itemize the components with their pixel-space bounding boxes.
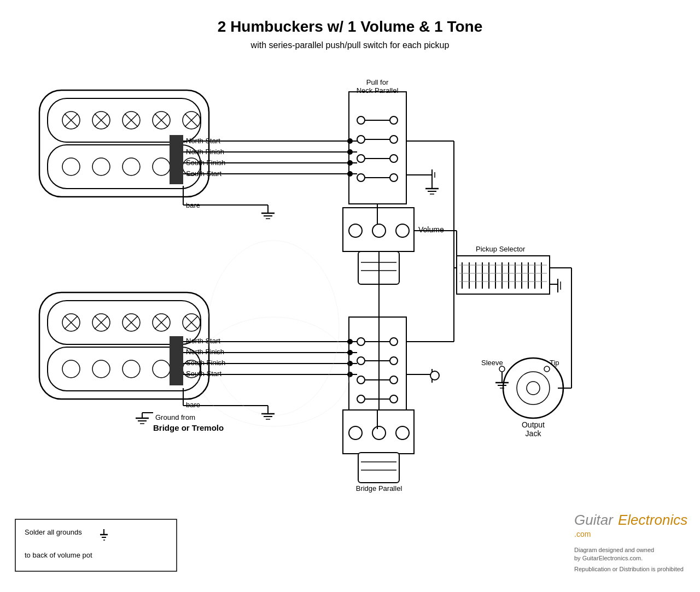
- svg-point-189: [499, 366, 505, 372]
- svg-point-150: [390, 338, 398, 345]
- svg-point-18: [62, 158, 80, 175]
- svg-point-122: [122, 360, 140, 378]
- svg-point-51: [357, 174, 365, 181]
- svg-text:Sleeve: Sleeve: [481, 359, 503, 367]
- svg-point-66: [349, 224, 362, 237]
- svg-text:Republication or Distribution : Republication or Distribution is prohibi…: [574, 566, 684, 572]
- svg-point-166: [347, 350, 353, 355]
- svg-point-100: [347, 160, 353, 166]
- svg-point-99: [347, 149, 353, 155]
- svg-point-174: [372, 426, 386, 439]
- svg-point-101: [347, 171, 353, 177]
- svg-text:South Finish: South Finish: [186, 359, 225, 367]
- svg-point-68: [396, 224, 409, 237]
- svg-point-153: [390, 357, 398, 365]
- svg-point-171: [430, 371, 439, 380]
- svg-text:Jack: Jack: [526, 429, 542, 438]
- svg-rect-23: [170, 135, 183, 184]
- svg-point-155: [357, 376, 365, 384]
- svg-text:Bridge or Tremolo: Bridge or Tremolo: [153, 423, 224, 432]
- svg-text:by GuitarElectronics.com.: by GuitarElectronics.com.: [574, 555, 643, 561]
- svg-point-167: [347, 361, 353, 366]
- svg-point-46: [390, 136, 398, 143]
- svg-text:Pull for: Pull for: [366, 78, 389, 86]
- svg-text:Output: Output: [522, 420, 545, 429]
- svg-text:Ground from: Ground from: [155, 413, 195, 421]
- svg-text:Bridge Parallel: Bridge Parallel: [356, 484, 402, 493]
- svg-rect-75: [457, 256, 550, 294]
- svg-text:Tip: Tip: [550, 359, 559, 367]
- svg-text:North Start: North Start: [186, 337, 220, 345]
- svg-point-19: [92, 158, 110, 175]
- svg-point-188: [544, 366, 550, 372]
- svg-point-158: [357, 395, 365, 403]
- svg-point-173: [349, 426, 362, 439]
- svg-point-175: [396, 426, 409, 439]
- svg-point-98: [347, 138, 353, 144]
- svg-point-42: [357, 116, 365, 124]
- svg-text:.com: .com: [574, 530, 591, 538]
- svg-point-165: [347, 339, 353, 344]
- svg-point-20: [122, 158, 140, 175]
- svg-point-48: [357, 155, 365, 162]
- svg-point-121: [92, 360, 110, 378]
- svg-rect-125: [170, 336, 183, 385]
- main-title: 2 Humbuckers w/ 1 Volume & 1 Tone: [218, 18, 482, 35]
- svg-point-21: [153, 158, 170, 175]
- svg-text:Pickup Selector: Pickup Selector: [476, 245, 526, 253]
- svg-text:Volume: Volume: [418, 225, 444, 234]
- svg-text:North Finish: North Finish: [186, 348, 224, 356]
- svg-point-156: [390, 376, 398, 384]
- sub-title: with series-parallel push/pull switch fo…: [250, 40, 450, 50]
- svg-point-120: [62, 360, 80, 378]
- svg-point-185: [527, 382, 540, 395]
- svg-rect-207: [15, 519, 177, 571]
- svg-point-67: [372, 224, 386, 237]
- svg-text:bare: bare: [186, 401, 200, 409]
- svg-point-52: [390, 174, 398, 181]
- page-container: 2 Humbuckers w/ 1 Volume & 1 Tone with s…: [0, 0, 700, 592]
- svg-text:Electronics: Electronics: [618, 512, 687, 528]
- svg-point-45: [357, 136, 365, 143]
- svg-point-49: [390, 155, 398, 162]
- svg-point-159: [390, 395, 398, 403]
- svg-text:Neck Parallel: Neck Parallel: [357, 86, 399, 95]
- svg-text:Guitar: Guitar: [574, 512, 614, 528]
- svg-text:to back of volume pot: to back of volume pot: [25, 551, 92, 559]
- svg-text:Solder all grounds: Solder all grounds: [25, 528, 82, 536]
- wiring-diagram: 2 Humbuckers w/ 1 Volume & 1 Tone with s…: [0, 0, 700, 592]
- svg-rect-179: [358, 453, 399, 483]
- svg-point-149: [357, 338, 365, 345]
- svg-point-123: [153, 360, 170, 378]
- svg-point-43: [390, 116, 398, 124]
- svg-text:Diagram designed and owned: Diagram designed and owned: [574, 547, 654, 553]
- svg-point-152: [357, 357, 365, 365]
- svg-rect-39: [349, 92, 406, 204]
